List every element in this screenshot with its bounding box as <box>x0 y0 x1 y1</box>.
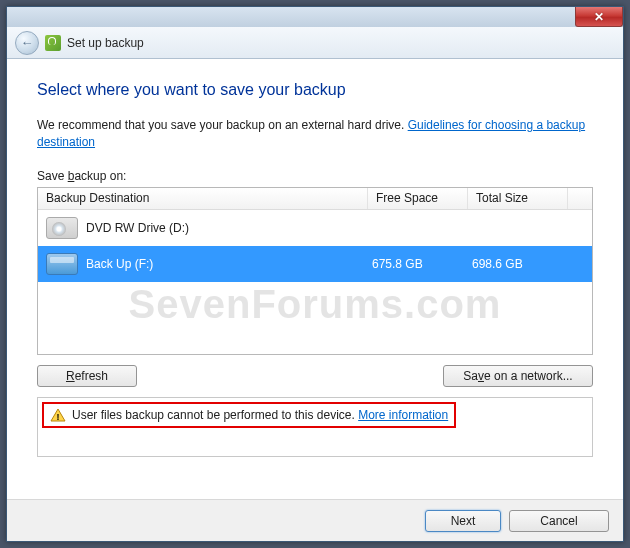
wizard-footer: Next Cancel <box>7 499 623 541</box>
warning-message: User files backup cannot be performed to… <box>72 408 358 422</box>
save-backup-label: Save backup on: <box>37 169 593 183</box>
cancel-button[interactable]: Cancel <box>509 510 609 532</box>
backup-icon <box>45 35 61 51</box>
content-area: Select where you want to save your backu… <box>7 59 623 471</box>
column-end <box>568 188 592 209</box>
next-button[interactable]: Next <box>425 510 501 532</box>
wizard-window: ✕ ← Set up backup Select where you want … <box>6 6 624 542</box>
navigation-bar: ← Set up backup <box>7 27 623 59</box>
save-on-network-button[interactable]: Save on a network... <box>443 365 593 387</box>
drive-total: 698.6 GB <box>464 257 564 271</box>
drive-free: 675.8 GB <box>364 257 464 271</box>
titlebar: ✕ <box>7 7 623 27</box>
drive-name: DVD RW Drive (D:) <box>86 221 189 235</box>
back-button[interactable]: ← <box>15 31 39 55</box>
drive-name: Back Up (F:) <box>86 257 153 271</box>
more-information-link[interactable]: More information <box>358 408 448 422</box>
warning-icon: ! <box>50 408 66 422</box>
warning-text: User files backup cannot be performed to… <box>72 408 448 422</box>
column-total-size[interactable]: Total Size <box>468 188 568 209</box>
warning-panel: ! User files backup cannot be performed … <box>37 397 593 457</box>
page-heading: Select where you want to save your backu… <box>37 81 593 99</box>
back-arrow-icon: ← <box>21 36 34 49</box>
hdd-drive-icon <box>46 253 78 275</box>
recommend-label: We recommend that you save your backup o… <box>37 118 408 132</box>
window-title: Set up backup <box>67 36 144 50</box>
drive-table: Backup Destination Free Space Total Size… <box>37 187 593 355</box>
warning-highlight: ! User files backup cannot be performed … <box>42 402 456 428</box>
table-header: Backup Destination Free Space Total Size <box>38 188 592 210</box>
dvd-drive-icon <box>46 217 78 239</box>
table-row[interactable]: Back Up (F:) 675.8 GB 698.6 GB <box>38 246 592 282</box>
column-destination[interactable]: Backup Destination <box>38 188 368 209</box>
recommend-text: We recommend that you save your backup o… <box>37 117 593 151</box>
svg-text:!: ! <box>57 411 60 421</box>
table-row[interactable]: DVD RW Drive (D:) <box>38 210 592 246</box>
column-free-space[interactable]: Free Space <box>368 188 468 209</box>
refresh-button[interactable]: Refresh <box>37 365 137 387</box>
action-button-row: Refresh Save on a network... <box>37 365 593 387</box>
close-button[interactable]: ✕ <box>575 7 623 27</box>
close-icon: ✕ <box>594 10 604 24</box>
